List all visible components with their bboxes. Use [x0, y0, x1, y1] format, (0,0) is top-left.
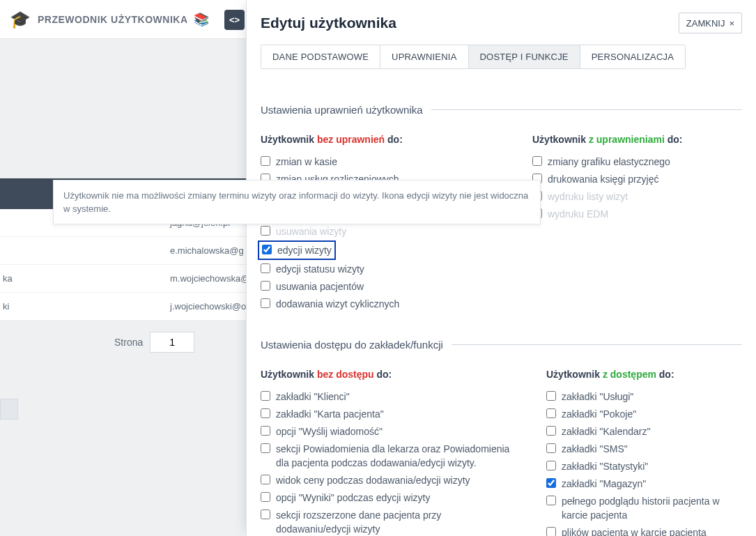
acc-right-row-1[interactable]: zakładki "Pokoje": [546, 407, 742, 421]
access-legend: Ustawienia dostępu do zakładek/funkcji: [261, 339, 742, 351]
acc-left-checkbox-2[interactable]: [261, 426, 270, 436]
close-icon: ×: [729, 18, 734, 29]
tab-personalizacja[interactable]: PERSONALIZACJA: [580, 45, 685, 68]
acc-right-checkbox-3[interactable]: [546, 443, 556, 453]
acc-left-label-6: sekcji rozszerzone dane pacjenta przy do…: [276, 508, 511, 536]
perm-right-checkbox-0[interactable]: [532, 156, 542, 166]
acc-left-checkbox-6[interactable]: [261, 510, 270, 519]
acc-right-label-7: plików pacjenta w karcie pacjenta: [562, 526, 707, 536]
perm-right-label-2: wydruku listy wizyt: [548, 190, 628, 204]
perm-left-row-8[interactable]: dodawania wizyt cyklicznych: [261, 297, 497, 311]
acc-left-row-0[interactable]: zakładki "Klienci": [261, 390, 511, 404]
perm-left-checkbox-5[interactable]: [262, 245, 272, 254]
perm-left-checkbox-7[interactable]: [261, 281, 270, 291]
acc-right-row-4[interactable]: zakładki "Statystyki": [546, 459, 742, 473]
perm-left-checkbox-6[interactable]: [261, 263, 270, 273]
perm-left-label-8: dodawania wizyt cyklicznych: [276, 297, 399, 311]
perm-right-row-1[interactable]: drukowania księgi przyjęć: [532, 172, 742, 186]
divider: [431, 109, 742, 110]
access-left-head: Użytkownik bez dostępu do:: [261, 369, 511, 380]
access-right-head: Użytkownik z dostępem do:: [546, 369, 742, 380]
acc-right-row-3[interactable]: zakładki "SMS": [546, 442, 742, 456]
acc-right-checkbox-1[interactable]: [546, 408, 556, 418]
permissions-legend-text: Ustawienia uprawnień użytkownika: [261, 104, 423, 116]
perm-right-head: Użytkownik z uprawnieniami do:: [532, 134, 742, 145]
acc-right-label-1: zakładki "Pokoje": [562, 407, 636, 421]
acc-left-row-3[interactable]: sekcji Powiadomienia dla lekarza oraz Po…: [261, 442, 511, 470]
access-col-left: Użytkownik bez dostępu do: zakładki "Kli…: [261, 369, 511, 536]
perm-left-row-4[interactable]: usuwania wizyty: [261, 224, 497, 238]
acc-right-label-6: pełnego podglądu historii pacjenta w kar…: [562, 494, 742, 522]
acc-right-row-5[interactable]: zakładki "Magazyn": [546, 477, 742, 491]
panel-tabs: DANE PODSTAWOWEUPRAWNIENIADOSTĘP I FUNKC…: [261, 45, 686, 69]
acc-right-row-0[interactable]: zakładki "Usługi": [546, 390, 742, 404]
perm-left-checkbox-0[interactable]: [261, 156, 270, 166]
close-button[interactable]: ZAMKNIJ ×: [679, 13, 742, 33]
acc-left-checkbox-3[interactable]: [261, 443, 270, 453]
bg-pager-input[interactable]: [150, 332, 194, 353]
tab-dost-p-i-funkcje[interactable]: DOSTĘP I FUNKCJE: [469, 45, 580, 68]
acc-left-row-5[interactable]: opcji "Wyniki" podczas edycji wizyty: [261, 491, 511, 505]
graduation-cap-icon: 🎓: [10, 10, 31, 29]
books-icon: 📚: [194, 12, 209, 27]
acc-right-label-5: zakładki "Magazyn": [562, 477, 646, 491]
acc-right-row-7[interactable]: plików pacjenta w karcie pacjenta: [546, 526, 742, 536]
divider: [452, 344, 742, 345]
panel-header: Edytuj użytkownika ZAMKNIJ ×: [261, 13, 742, 33]
acc-right-checkbox-2[interactable]: [546, 426, 556, 436]
acc-left-checkbox-0[interactable]: [261, 391, 270, 401]
perm-left-label-0: zmian w kasie: [276, 155, 337, 169]
tooltip-text: Użytkownik nie ma możliwości zmiany term…: [63, 190, 528, 214]
acc-left-label-1: zakładki "Karta pacjenta": [276, 407, 384, 421]
perm-right-row-2[interactable]: wydruku listy wizyt: [532, 190, 742, 204]
acc-left-checkbox-1[interactable]: [261, 408, 270, 418]
acc-left-checkbox-5[interactable]: [261, 492, 270, 502]
acc-left-row-4[interactable]: widok ceny podczas dodawania/edycji wizy…: [261, 473, 511, 487]
acc-right-label-3: zakładki "SMS": [562, 442, 628, 456]
acc-right-label-0: zakładki "Usługi": [562, 390, 633, 404]
tab-dane-podstawowe[interactable]: DANE PODSTAWOWE: [261, 45, 380, 68]
perm-left-row-6[interactable]: edycji statusu wizyty: [261, 262, 497, 276]
perm-right-row-3[interactable]: wydruku EDM: [532, 207, 742, 221]
acc-right-checkbox-4[interactable]: [546, 461, 556, 470]
acc-left-checkbox-4[interactable]: [261, 475, 270, 484]
perm-right-row-0[interactable]: zmiany grafiku elastycznego: [532, 155, 742, 169]
permissions-legend: Ustawienia uprawnień użytkownika: [261, 104, 742, 116]
perm-left-row-7[interactable]: usuwania pacjentów: [261, 280, 497, 293]
row-name: ki: [0, 301, 170, 312]
edit-user-panel: Edytuj użytkownika ZAMKNIJ × DANE PODSTA…: [246, 0, 756, 536]
bg-pager-label: Strona: [114, 337, 143, 348]
perm-left-head: Użytkownik bez uprawnień do:: [261, 134, 497, 145]
row-email: e.michalowska@g: [170, 245, 244, 256]
access-col-right: Użytkownik z dostępem do: zakładki "Usłu…: [546, 369, 742, 536]
acc-right-checkbox-6[interactable]: [546, 496, 556, 505]
acc-left-row-1[interactable]: zakładki "Karta pacjenta": [261, 407, 511, 421]
access-columns: Użytkownik bez dostępu do: zakładki "Kli…: [261, 369, 742, 536]
access-legend-text: Ustawienia dostępu do zakładek/funkcji: [261, 339, 443, 351]
acc-left-label-0: zakładki "Klienci": [276, 390, 350, 404]
perm-left-checkbox-4[interactable]: [261, 226, 270, 236]
perm-left-row-5[interactable]: edycji wizyty: [258, 240, 336, 260]
bg-pager-prev-button[interactable]: [0, 399, 18, 420]
acc-right-checkbox-7[interactable]: [546, 527, 556, 536]
perm-right-label-3: wydruku EDM: [548, 207, 608, 221]
perm-left-label-4: usuwania wizyty: [276, 224, 346, 238]
perm-left-checkbox-8[interactable]: [261, 298, 270, 308]
acc-right-label-2: zakładki "Kalendarz": [562, 424, 650, 438]
perm-left-row-0[interactable]: zmian w kasie: [261, 155, 497, 169]
perm-left-label-5: edycji wizyty: [277, 243, 332, 257]
acc-left-row-2[interactable]: opcji "Wyślij wiadomość": [261, 424, 511, 438]
close-button-label: ZAMKNIJ: [686, 18, 725, 29]
row-name: ka: [0, 273, 170, 284]
code-toggle-button[interactable]: <>: [224, 10, 245, 30]
row-email: j.wojciechowski@o: [170, 301, 246, 312]
acc-right-checkbox-5[interactable]: [546, 478, 556, 488]
acc-left-label-4: widok ceny podczas dodawania/edycji wizy…: [276, 473, 470, 487]
perm-left-label-7: usuwania pacjentów: [276, 280, 364, 293]
acc-right-checkbox-0[interactable]: [546, 391, 556, 401]
acc-right-row-6[interactable]: pełnego podglądu historii pacjenta w kar…: [546, 494, 742, 522]
acc-right-row-2[interactable]: zakładki "Kalendarz": [546, 424, 742, 438]
permissions-col-right: Użytkownik z uprawnieniami do: zmiany gr…: [532, 134, 742, 311]
tab-uprawnienia[interactable]: UPRAWNIENIA: [380, 45, 468, 68]
acc-left-row-6[interactable]: sekcji rozszerzone dane pacjenta przy do…: [261, 508, 511, 536]
